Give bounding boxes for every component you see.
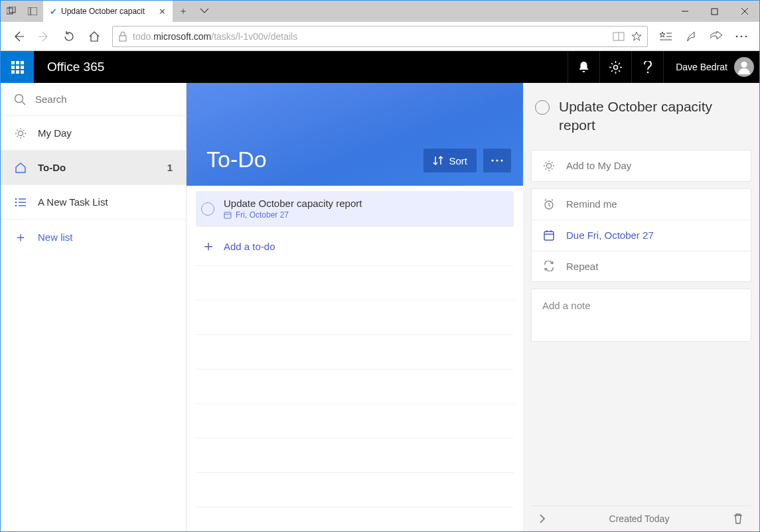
- more-icon[interactable]: [730, 25, 753, 48]
- help-button[interactable]: [631, 51, 663, 83]
- svg-point-16: [646, 71, 648, 73]
- address-bar[interactable]: todo.microsoft.com/tasks/l-1v00v/details: [112, 26, 648, 47]
- search-row[interactable]: [1, 83, 186, 116]
- repeat-button[interactable]: Repeat: [532, 251, 751, 281]
- sidebar-item-myday[interactable]: My Day: [1, 116, 186, 151]
- svg-line-45: [546, 162, 547, 163]
- svg-line-28: [17, 136, 19, 137]
- share-icon[interactable]: [705, 25, 727, 48]
- created-label: Created Today: [546, 513, 733, 524]
- empty-row: [196, 335, 514, 369]
- empty-row: [196, 438, 514, 473]
- detail-complete-toggle[interactable]: [535, 100, 550, 115]
- empty-row: [196, 266, 514, 300]
- notifications-button[interactable]: [568, 51, 599, 83]
- task-list: Update October capacity report Fri, Octo…: [187, 186, 523, 507]
- avatar: [734, 57, 754, 77]
- detail-title[interactable]: Update October capacity report: [559, 98, 747, 135]
- sidebar-item-todo[interactable]: To-Do 1: [1, 151, 186, 185]
- detail-header: Update October capacity report: [531, 92, 751, 143]
- svg-rect-38: [224, 212, 231, 218]
- plus-icon: ＋: [201, 236, 214, 256]
- due-date-button[interactable]: Due Fri, October 27: [532, 220, 751, 251]
- list-pane: To-Do Sort Update October capacity repor…: [187, 83, 523, 531]
- svg-point-12: [736, 35, 738, 37]
- tabs-dropdown-icon[interactable]: [194, 1, 215, 22]
- svg-point-13: [741, 35, 743, 37]
- list-more-button[interactable]: [483, 149, 511, 172]
- lock-icon: [118, 31, 127, 42]
- new-list-button[interactable]: ＋ New list: [1, 220, 186, 254]
- favorite-star-icon[interactable]: [631, 31, 642, 42]
- empty-row: [196, 369, 514, 404]
- notes-icon[interactable]: [680, 25, 702, 48]
- tab-close-icon[interactable]: ✕: [159, 7, 166, 17]
- nav-home-button[interactable]: [83, 25, 106, 48]
- svg-line-47: [552, 162, 553, 163]
- window-minimize-button[interactable]: [670, 1, 700, 22]
- nav-refresh-button[interactable]: [58, 25, 80, 48]
- url-host: microsoft.com: [153, 31, 211, 42]
- window-close-button[interactable]: [729, 1, 759, 22]
- new-list-label: New list: [38, 232, 73, 243]
- list-hero: To-Do Sort: [187, 83, 523, 186]
- task-complete-toggle[interactable]: [201, 202, 214, 216]
- url-text: todo.microsoft.com/tasks/l-1v00v/details: [133, 31, 297, 42]
- task-due-label: Fri, October 27: [236, 210, 289, 220]
- empty-row: [196, 404, 514, 438]
- nav-back-button[interactable]: [7, 25, 30, 48]
- nav-forward-button[interactable]: [33, 25, 55, 48]
- titlebar-tabs-icon[interactable]: [1, 7, 22, 16]
- add-to-myday-button[interactable]: Add to My Day: [532, 151, 751, 181]
- app-launcher-button[interactable]: [1, 51, 34, 83]
- calendar-icon: [542, 230, 556, 241]
- svg-point-20: [19, 131, 23, 135]
- sort-button[interactable]: Sort: [423, 149, 477, 172]
- plus-icon: ＋: [14, 228, 27, 246]
- task-title: Update October capacity report: [224, 198, 362, 209]
- window-maximize-button[interactable]: [700, 1, 729, 22]
- svg-point-30: [15, 201, 17, 203]
- calendar-icon: [224, 211, 232, 219]
- sidebar-item-label: A New Task List: [38, 196, 108, 208]
- reading-view-icon[interactable]: [613, 32, 625, 41]
- titlebar-aside-icon[interactable]: [22, 7, 43, 15]
- url-path: /tasks/l-1v00v/details: [211, 31, 297, 42]
- list-title: To-Do: [206, 147, 267, 172]
- empty-row: [196, 300, 514, 335]
- note-input[interactable]: Add a note: [531, 289, 751, 342]
- tab-favicon-icon: ✔: [50, 7, 57, 17]
- window-controls: [670, 1, 759, 22]
- browser-tab[interactable]: ✔ Update October capacit ✕: [43, 1, 173, 22]
- app-body: My Day To-Do 1 A New Task List ＋ New lis…: [1, 83, 759, 531]
- delete-task-button[interactable]: [733, 513, 743, 525]
- titlebar-left: [1, 1, 43, 22]
- svg-rect-2: [28, 7, 37, 15]
- sidebar: My Day To-Do 1 A New Task List ＋ New lis…: [1, 83, 187, 531]
- task-row[interactable]: Update October capacity report Fri, Octo…: [196, 191, 514, 227]
- settings-button[interactable]: [599, 51, 631, 83]
- svg-line-48: [546, 168, 547, 170]
- browser-navbar: todo.microsoft.com/tasks/l-1v00v/details: [1, 22, 759, 51]
- note-placeholder: Add a note: [542, 300, 591, 311]
- remind-label: Remind me: [566, 198, 617, 210]
- svg-point-15: [614, 65, 618, 69]
- search-input[interactable]: [35, 94, 173, 105]
- svg-point-17: [741, 62, 747, 68]
- detail-pane: Update October capacity report Add to My…: [523, 83, 759, 531]
- add-task-button[interactable]: ＋ Add a to-do: [196, 227, 514, 266]
- sidebar-item-label: My Day: [38, 127, 72, 139]
- tab-title: Update October capacit: [61, 7, 155, 16]
- svg-line-25: [17, 129, 19, 131]
- user-menu[interactable]: Dave Bedrat: [663, 51, 759, 83]
- sidebar-item-list[interactable]: A New Task List: [1, 185, 186, 220]
- new-tab-button[interactable]: ＋: [173, 1, 194, 22]
- svg-rect-50: [544, 232, 554, 240]
- window-titlebar: ✔ Update October capacit ✕ ＋: [1, 1, 759, 22]
- favorites-list-icon[interactable]: [654, 25, 677, 48]
- hide-detail-button[interactable]: [539, 513, 546, 524]
- svg-point-18: [15, 94, 23, 102]
- svg-line-19: [22, 101, 25, 105]
- svg-point-14: [745, 35, 747, 37]
- remind-button[interactable]: Remind me: [532, 189, 751, 220]
